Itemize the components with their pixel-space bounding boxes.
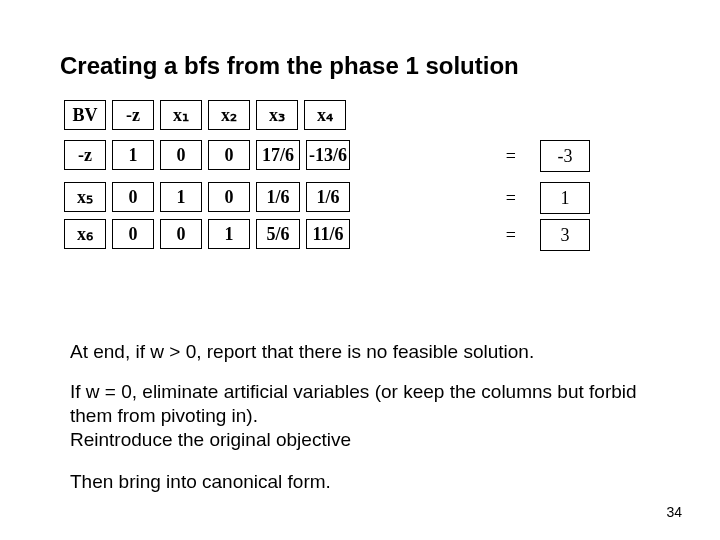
tableau-row-negz: -z 1 0 0 17/6 -13/6 = -3 (64, 140, 590, 172)
row-bv: x₆ (64, 219, 106, 249)
cell: 17/6 (256, 140, 300, 170)
rhs: 3 (540, 219, 590, 251)
paragraph-2: If w = 0, eliminate artificial variables… (70, 380, 650, 451)
cell: 0 (208, 140, 250, 170)
cell: -13/6 (306, 140, 350, 170)
equals: = (356, 219, 516, 251)
header-x1: x₁ (160, 100, 202, 130)
tableau-header-row: BV -z x₁ x₂ x₃ x₄ (64, 100, 590, 130)
slide: Creating a bfs from the phase 1 solution… (0, 0, 720, 540)
simplex-tableau: BV -z x₁ x₂ x₃ x₄ -z 1 0 0 17/6 -13/6 = … (64, 100, 590, 257)
cell: 5/6 (256, 219, 300, 249)
cell: 0 (208, 182, 250, 212)
header-x3: x₃ (256, 100, 298, 130)
tableau-row-x6: x₆ 0 0 1 5/6 11/6 = 3 (64, 219, 590, 251)
header-x2: x₂ (208, 100, 250, 130)
cell: 1 (208, 219, 250, 249)
paragraph-3: Then bring into canonical form. (70, 470, 650, 494)
slide-title: Creating a bfs from the phase 1 solution (60, 52, 519, 80)
cell: 0 (112, 182, 154, 212)
equals: = (356, 140, 516, 172)
page-number: 34 (666, 504, 682, 520)
cell: 1 (112, 140, 154, 170)
header-bv: BV (64, 100, 106, 130)
cell: 0 (160, 140, 202, 170)
cell: 0 (112, 219, 154, 249)
cell: 1/6 (256, 182, 300, 212)
cell: 11/6 (306, 219, 350, 249)
equals: = (356, 182, 516, 214)
cell: 0 (160, 219, 202, 249)
cell: 1/6 (306, 182, 350, 212)
paragraph-1: At end, if w > 0, report that there is n… (70, 340, 650, 364)
tableau-row-x5: x₅ 0 1 0 1/6 1/6 = 1 (64, 182, 590, 214)
rhs: 1 (540, 182, 590, 214)
rhs: -3 (540, 140, 590, 172)
row-bv: -z (64, 140, 106, 170)
cell: 1 (160, 182, 202, 212)
row-bv: x₅ (64, 182, 106, 212)
header-x4: x₄ (304, 100, 346, 130)
header-negz: -z (112, 100, 154, 130)
